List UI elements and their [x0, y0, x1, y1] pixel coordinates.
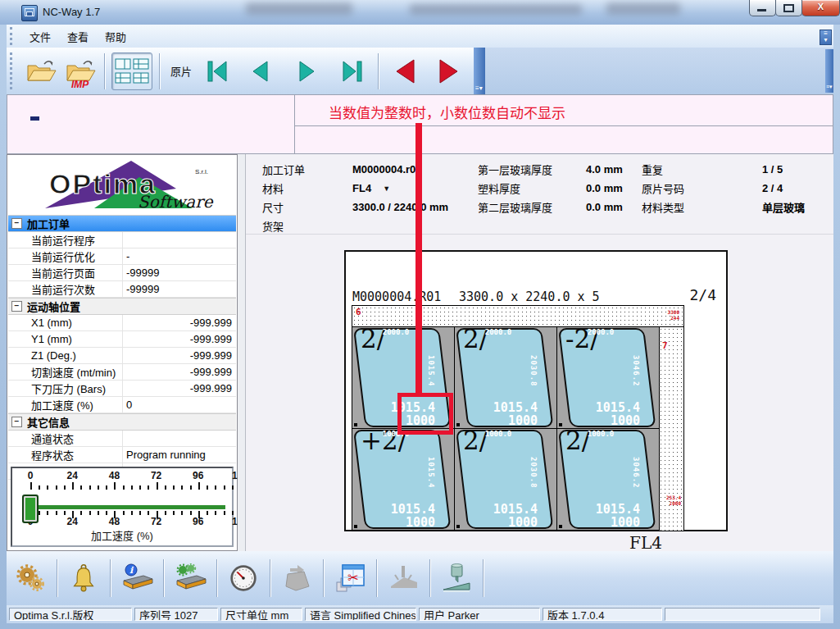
menu-item[interactable]: 文件	[21, 25, 59, 48]
info-row: 材料FL4▼	[262, 179, 390, 198]
glass-piece[interactable]: 2/1000.02030.81015.41000	[455, 429, 557, 531]
piece-height: 1000	[493, 414, 538, 427]
settings-button[interactable]	[7, 557, 54, 599]
toolbar-overflow-button[interactable]: ≡▾	[825, 49, 833, 93]
import-file-button[interactable]: IMP	[63, 52, 98, 90]
slider-thumb[interactable]	[22, 495, 39, 523]
bell-icon	[70, 563, 98, 593]
tick-mark	[148, 511, 149, 515]
info-row: 第二层玻璃厚度0.0 mm	[478, 198, 623, 217]
previous-record-button[interactable]	[238, 52, 281, 90]
collapse-icon[interactable]: −	[11, 218, 22, 229]
loader-button-disabled[interactable]	[273, 557, 320, 599]
toolbar-panel: IMP 原片	[7, 48, 474, 94]
optima-logo: OPtima S.r.l. Software	[8, 156, 236, 216]
collapse-icon[interactable]: −	[11, 417, 22, 427]
slider-track[interactable]	[29, 505, 225, 509]
tick-mark	[181, 485, 183, 490]
toolbar-grip[interactable]	[10, 52, 16, 90]
info-label: 第一层玻璃厚度	[478, 162, 586, 177]
info-value: 2 / 4	[762, 182, 783, 194]
tick-mark	[72, 482, 74, 490]
aero-blur-artifact	[410, 4, 582, 15]
tick-mark	[123, 485, 125, 490]
next-record-button[interactable]	[286, 52, 329, 90]
group-header[interactable]: −加工订单	[8, 215, 236, 232]
tick-mark	[165, 485, 166, 490]
first-record-button[interactable]	[201, 52, 234, 90]
menu-item[interactable]: 帮助	[97, 25, 134, 48]
title-bar: NC-Way 1.7 X	[0, 0, 840, 25]
machine-info-icon: i	[119, 563, 155, 593]
open-file-button[interactable]	[24, 52, 58, 90]
trim-note: 3300 244	[668, 309, 679, 321]
layout-view-button[interactable]	[111, 52, 152, 90]
collapse-icon[interactable]: −	[11, 301, 22, 312]
tick-mark	[224, 511, 225, 515]
glass-piece[interactable]: 2/2000.02030.81015.41000	[455, 327, 557, 429]
last-record-button[interactable]	[334, 52, 371, 90]
tick-mark	[173, 511, 175, 515]
next-sheet-button[interactable]	[429, 52, 469, 90]
previous-record-icon	[248, 59, 271, 84]
machine-info-button[interactable]: i	[113, 557, 161, 599]
slider-scale-number: 48	[109, 470, 120, 481]
property-row: 下刀压力 (Bars)-999.999	[8, 381, 236, 397]
layout-grid-icon	[114, 57, 150, 86]
pressure-gauge-button[interactable]	[220, 557, 267, 599]
tick-mark	[131, 485, 133, 490]
piece-size: 1015.41000	[596, 503, 640, 529]
piece-height: 1000	[596, 516, 640, 529]
property-row: 当前运行程序	[8, 232, 236, 248]
group-header[interactable]: −其它信息	[8, 413, 236, 431]
original-sheet-label[interactable]: 原片	[170, 63, 192, 79]
red-previous-icon	[391, 57, 419, 85]
imp-label: IMP	[71, 79, 89, 90]
chevron-down-icon: ≡▾	[826, 84, 833, 90]
menu-overflow-button[interactable]: ≡▾	[820, 30, 832, 45]
annotation-box: 当数值为整数时，小数位数自动不显示	[294, 95, 833, 126]
toolbar-separator	[216, 559, 217, 597]
alarms-button[interactable]	[60, 557, 107, 599]
cut-diagram-canvas[interactable]: M0000004.R01 3300.0 x 2240.0 x 5 2/4 6 3…	[344, 250, 728, 531]
tick-mark	[64, 511, 66, 515]
tool-calibration-button[interactable]	[433, 557, 480, 599]
tick-mark	[80, 511, 82, 515]
tick-mark	[157, 482, 158, 490]
info-value: FL4	[352, 182, 371, 194]
break-button-disabled[interactable]	[379, 557, 427, 599]
piece-side-dimension: 2030.8	[529, 355, 538, 387]
toolbar-separator	[429, 559, 430, 597]
minimize-button[interactable]	[749, 0, 776, 16]
piece-size: 1015.41000	[493, 503, 538, 529]
group-header[interactable]: −运动轴位置	[8, 298, 236, 315]
maximize-button[interactable]	[775, 0, 802, 16]
piece-side-dimension: 1015.4	[427, 355, 435, 387]
info-row: 材料类型单层玻璃	[642, 198, 805, 217]
piece-top-dimension: 2000.0	[557, 328, 644, 336]
svg-text:Software: Software	[138, 192, 214, 212]
previous-sheet-button[interactable]	[385, 52, 425, 90]
origin-marker	[354, 423, 357, 426]
glass-piece[interactable]: +2/1000.01015.41015.41000	[352, 429, 455, 531]
menu-item[interactable]: 查看	[59, 25, 97, 48]
slider-label: 加工速度 (%)	[12, 527, 232, 543]
close-button[interactable]: X	[801, 0, 840, 16]
info-label: 第二层玻璃厚度	[478, 199, 586, 215]
info-value: 1 / 5	[762, 163, 783, 175]
glass-piece[interactable]: -2/2000.03046.21015.41000	[557, 327, 660, 429]
piece-size: 1015.41000	[391, 503, 435, 529]
red-next-icon	[435, 57, 463, 85]
toolbar-overflow-button[interactable]: ≡▾	[474, 48, 485, 94]
tick-mark	[80, 485, 82, 490]
tool-wedge-icon	[439, 563, 474, 594]
toolbar-grip[interactable]	[10, 27, 16, 45]
sidebar-scrollbar[interactable]	[238, 154, 246, 551]
status-bar: Optima S.r.l.版权序列号 1027尺寸单位 mm语言 Simplif…	[7, 605, 833, 623]
dropdown-arrow-icon[interactable]: ▼	[383, 185, 390, 193]
cut-plan-button[interactable]: ✂	[326, 557, 374, 599]
status-field: 版本 1.7.0.4	[543, 608, 662, 621]
glass-piece[interactable]: 2/1000.03046.21015.41000	[557, 429, 660, 531]
machine-setup-button[interactable]	[166, 557, 214, 599]
diagram-sheet-size: 3300.0 x 2240.0 x 5	[459, 289, 600, 304]
